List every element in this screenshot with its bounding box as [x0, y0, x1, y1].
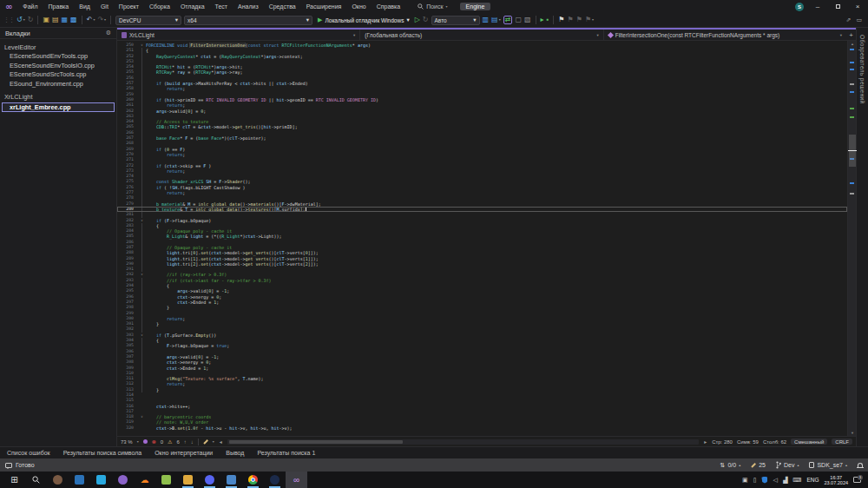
notifications-bell-icon[interactable]	[858, 463, 863, 468]
code-line[interactable]: 320 ctxt->B.set(1.0f - hit->u - hit->v, …	[117, 425, 847, 431]
bottom-panel-tab[interactable]: Результаты поиска 1	[257, 450, 315, 456]
notification-center-icon[interactable]: 1	[853, 477, 861, 483]
gear-icon[interactable]: ⚙	[106, 30, 111, 36]
collapsed-solution-explorer-tab[interactable]: Обозреватель решений	[856, 28, 868, 446]
menu-item[interactable]: Средства	[264, 0, 301, 13]
sidebar-tab-item[interactable]: xrLight_Embree.cpp	[2, 102, 115, 112]
game-app-icon[interactable]	[47, 472, 69, 488]
bottom-panel-tab[interactable]: Результаты поиска символа	[63, 450, 142, 456]
attach-to-process-icon[interactable]: ▸	[541, 16, 544, 23]
zoom-level[interactable]: 73 %	[121, 439, 133, 445]
member-dropdown[interactable]: FilterIntersectionOne(const RTCFilterFun…	[604, 30, 846, 40]
cloudflare-icon[interactable]: ☁	[134, 472, 155, 488]
clear-bookmarks-icon[interactable]: ⚑▾	[585, 16, 594, 23]
steam-icon[interactable]	[264, 472, 286, 488]
vertical-scrollbar[interactable]: ▲▼	[847, 41, 856, 436]
horizontal-scrollbar[interactable]	[227, 439, 699, 445]
defender-icon[interactable]	[761, 477, 767, 484]
code-cleanup-icon[interactable]	[203, 439, 207, 444]
prev-bookmark-icon[interactable]: ⚑	[568, 16, 574, 23]
split-window-button[interactable]: +	[846, 30, 856, 40]
menu-item[interactable]: Проект	[114, 0, 144, 13]
git-repo-selector[interactable]: SDK_se7▴	[809, 462, 847, 468]
redo-icon[interactable]: ↷▾	[97, 16, 106, 23]
hot-reload-icon[interactable]: ↻	[423, 16, 429, 23]
close-button[interactable]: ×	[852, 3, 864, 10]
taskbar-clock[interactable]: 16:37 23.07.2024	[824, 475, 848, 485]
tray-app-icon[interactable]: ▣	[742, 477, 748, 484]
indentation-indicator[interactable]: Смешанный	[791, 439, 827, 445]
menu-item[interactable]: Вид	[74, 0, 95, 13]
save-all-icon[interactable]: ▩	[70, 16, 77, 23]
feedback-icon[interactable]: ▭	[856, 16, 862, 23]
title-search[interactable]: Поиск ▾	[418, 3, 447, 10]
scroll-right-icon[interactable]: ►	[703, 439, 707, 445]
network-icon[interactable]: ▟	[783, 477, 787, 484]
pending-edits-indicator[interactable]: 25	[751, 462, 766, 468]
sidebar-tab-item[interactable]: ESound_Environment.cpp	[0, 80, 116, 89]
minimize-button[interactable]: –	[812, 3, 824, 10]
user-avatar[interactable]: S	[795, 3, 804, 11]
visual-studio-icon[interactable]: ∞	[286, 472, 307, 488]
menu-item[interactable]: Расширения	[301, 0, 347, 13]
start-button[interactable]: ⊞	[3, 472, 25, 488]
live-share-icon[interactable]: ⇗	[846, 16, 852, 23]
toolbar-grip[interactable]: ⋮⋮	[3, 16, 14, 23]
menu-item[interactable]: Файл	[17, 0, 43, 13]
save-icon[interactable]: ▦	[62, 16, 69, 23]
menu-item[interactable]: Git	[95, 0, 114, 13]
next-bookmark-icon[interactable]: ⚑	[576, 16, 582, 23]
menu-item[interactable]: Анализ	[233, 0, 264, 13]
configuration-combo[interactable]: DevCPU▾	[115, 16, 181, 25]
touch-keyboard-icon[interactable]: ⌨	[792, 477, 801, 484]
breakpoints-window-icon[interactable]: ▥	[483, 16, 490, 23]
code-editor[interactable]: 250∨FORCEINLINE void FilterIntersectionO…	[117, 41, 856, 436]
menu-item[interactable]: Окно	[346, 0, 371, 13]
navigate-backward-icon[interactable]: ↺▾	[16, 16, 25, 23]
scroll-up-icon[interactable]: ▲	[848, 42, 857, 46]
menu-item[interactable]: Правка	[43, 0, 75, 13]
new-project-icon[interactable]: ▣	[43, 16, 49, 23]
profiler-icon[interactable]: ▪	[547, 16, 549, 23]
restore-button[interactable]	[832, 3, 844, 10]
image-editor-icon[interactable]	[155, 472, 177, 488]
watch-window-icon[interactable]: ▢	[515, 16, 522, 23]
toggle-bookmark-icon[interactable]: ⚑	[558, 16, 564, 23]
open-file-icon[interactable]: ▤	[52, 16, 59, 23]
navigate-forward-icon[interactable]: ↻	[28, 16, 34, 23]
taskbar-search-button[interactable]	[25, 472, 47, 488]
line-ending-indicator[interactable]: CRLF	[832, 439, 852, 445]
menu-item[interactable]: Тест	[210, 0, 233, 13]
undo-icon[interactable]: ↶▾	[87, 16, 95, 23]
discord-icon[interactable]	[199, 472, 220, 488]
bottom-panel-tab[interactable]: Окно интерпретации	[155, 450, 213, 456]
git-sync-indicator[interactable]: ⇅0/0▴	[720, 462, 741, 469]
vscode-icon[interactable]	[90, 472, 112, 488]
volume-icon[interactable]: ◁	[773, 477, 777, 484]
next-issue-icon[interactable]: ↓	[191, 439, 194, 445]
scroll-left-icon[interactable]: ◄	[219, 439, 223, 445]
github-desktop-icon[interactable]	[112, 472, 134, 488]
menu-item[interactable]: Справка	[372, 0, 405, 13]
device-app-icon[interactable]	[220, 472, 242, 488]
immediate-window-icon[interactable]: ▧	[524, 16, 531, 23]
output-window-icon[interactable]: ▤▾	[491, 16, 501, 23]
bottom-panel-tab[interactable]: Вывод	[226, 450, 244, 456]
start-without-debugging-icon[interactable]: ▷	[415, 16, 420, 23]
bottom-panel-tab[interactable]: Список ошибок	[7, 450, 50, 456]
git-branch-selector[interactable]: Dev▴	[776, 461, 799, 469]
sidebar-tab-item[interactable]: ESceneSoundEnvToolsIO.cpp	[0, 62, 116, 71]
file-explorer-icon[interactable]	[177, 472, 199, 488]
phone-link-icon[interactable]: ▯	[753, 477, 757, 484]
sidebar-tab-item[interactable]: ESceneSoundSrcTools.cpp	[0, 70, 116, 80]
photos-app-icon[interactable]	[69, 472, 90, 488]
project-dropdown[interactable]: XrLCLight ▾	[117, 30, 360, 40]
menu-item[interactable]: Сборка	[144, 0, 175, 13]
debug-target-combo[interactable]: Авто▾	[431, 16, 480, 25]
sidebar-tab-item[interactable]: ESceneSoundEnvTools.cpp	[0, 52, 116, 62]
menu-item[interactable]: Отладка	[175, 0, 210, 13]
warning-count[interactable]: 6	[176, 439, 179, 445]
chrome-icon[interactable]	[242, 472, 264, 488]
solution-badge[interactable]: Engine	[460, 3, 491, 10]
prev-issue-icon[interactable]: ↑	[184, 439, 187, 445]
